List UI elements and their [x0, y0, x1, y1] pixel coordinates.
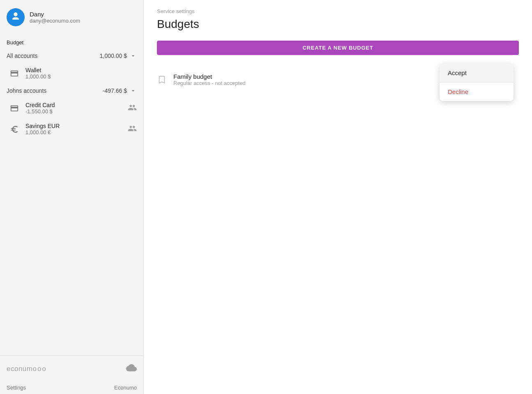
- savings-eur-account-item[interactable]: Savings EUR 1,000.00 €: [0, 119, 143, 140]
- sidebar: Dany dany@econumo.com Budget All account…: [0, 0, 144, 394]
- econumo-link[interactable]: Econumo: [114, 385, 137, 391]
- accept-decline-popup: Accept Decline: [440, 64, 514, 101]
- wallet-account-item[interactable]: Wallet 1,000.00 $: [0, 63, 143, 84]
- johns-accounts-chevron-icon: [129, 87, 137, 94]
- johns-accounts-group[interactable]: Johns accounts -497.66 $: [0, 84, 143, 98]
- all-accounts-group[interactable]: All accounts 1,000.00 $: [0, 49, 143, 63]
- credit-card-account-item[interactable]: Credit Card -1,550.00 $: [0, 98, 143, 119]
- user-info: Dany dany@econumo.com: [30, 11, 80, 24]
- accept-button[interactable]: Accept: [440, 64, 514, 82]
- all-accounts-chevron-icon: [129, 52, 137, 60]
- app-logo: econumooo: [7, 364, 47, 373]
- wallet-icon: [8, 67, 21, 80]
- breadcrumb: Service settings: [157, 8, 519, 14]
- budget-item-status: Regular access - not accepted: [173, 80, 246, 86]
- user-email: dany@econumo.com: [30, 18, 80, 24]
- wallet-name: Wallet: [25, 67, 51, 73]
- page-title: Budgets: [157, 18, 519, 31]
- budget-item-name: Family budget: [173, 73, 246, 80]
- all-accounts-balance: 1,000.00 $: [100, 53, 127, 59]
- settings-link[interactable]: Settings: [7, 385, 26, 391]
- savings-eur-shared-icon: [128, 124, 137, 135]
- johns-accounts-balance: -497.66 $: [103, 87, 127, 94]
- savings-eur-balance: 1,000.00 €: [25, 129, 60, 135]
- create-budget-button[interactable]: CREATE A NEW BUDGET: [157, 41, 519, 55]
- cloud-icon[interactable]: [126, 362, 137, 375]
- johns-accounts-label: Johns accounts: [7, 87, 46, 94]
- all-accounts-balance-group: 1,000.00 $: [100, 52, 137, 60]
- all-accounts-label: All accounts: [7, 53, 37, 59]
- credit-card-icon: [8, 102, 21, 115]
- bookmark-icon: [157, 75, 167, 85]
- euro-icon: [8, 123, 21, 135]
- johns-accounts-balance-group: -497.66 $: [103, 87, 137, 94]
- savings-eur-name: Savings EUR: [25, 123, 60, 129]
- sidebar-header: Dany dany@econumo.com: [0, 0, 143, 34]
- user-name: Dany: [30, 11, 80, 18]
- budget-section-label: Budget: [0, 34, 143, 49]
- credit-card-name: Credit Card: [25, 102, 55, 108]
- credit-card-balance: -1,550.00 $: [25, 108, 55, 115]
- main-content: Service settings Budgets CREATE A NEW BU…: [144, 0, 532, 394]
- sidebar-footer: econumooo: [0, 355, 143, 381]
- wallet-balance: 1,000.00 $: [25, 73, 51, 80]
- avatar: [7, 8, 25, 26]
- credit-card-shared-icon: [128, 103, 137, 114]
- decline-button[interactable]: Decline: [440, 82, 514, 101]
- sidebar-bottom-nav: Settings Econumo: [0, 381, 143, 394]
